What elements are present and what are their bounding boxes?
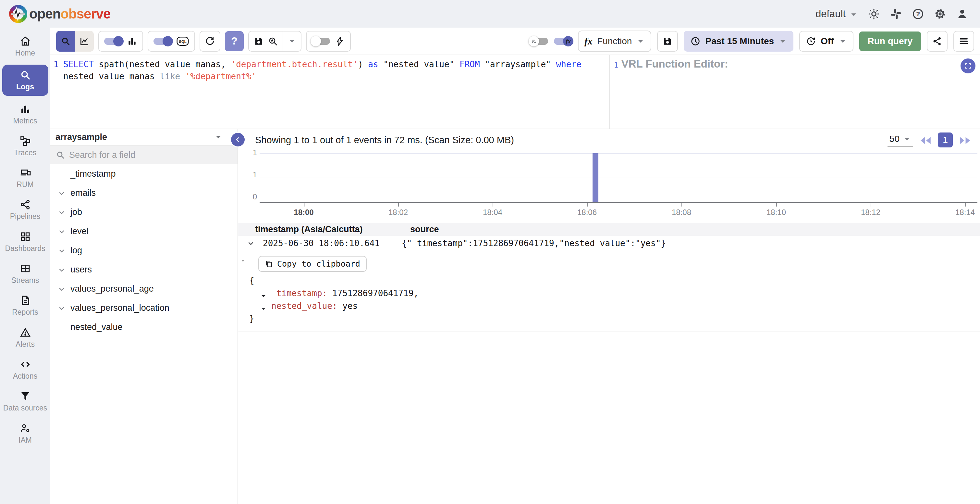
field-item[interactable]: log	[50, 241, 237, 260]
x-tick-label: 18:14	[955, 208, 975, 217]
sql-mode-toggle[interactable]	[153, 38, 172, 45]
sidebar-item-traces[interactable]: Traces	[2, 132, 48, 159]
sql-line-2-tokens: nested_value_manas like '%department%'	[63, 70, 256, 83]
menu-button[interactable]	[953, 31, 974, 52]
query-help-button[interactable]: ?	[225, 31, 244, 51]
chevron-down-icon[interactable]	[57, 304, 66, 313]
sidebar-item-data-sources[interactable]: Data sources	[2, 388, 48, 415]
alerts-icon	[19, 327, 31, 338]
results-table-header: timestamp (Asia/Calcutta) source	[238, 223, 980, 236]
chevron-down-icon[interactable]	[57, 208, 66, 217]
sidebar-item-home[interactable]: Home	[2, 33, 48, 60]
sql-mode-toggle-group[interactable]: SQL	[148, 31, 195, 52]
fx-knob-label: fx	[566, 38, 571, 45]
org-selector[interactable]: default	[816, 8, 858, 20]
vrl-function-toggle[interactable]: fx	[554, 38, 572, 45]
empty-area	[238, 332, 980, 504]
saved-views-group	[248, 31, 301, 52]
fx-icon: fx	[584, 36, 593, 47]
sql-line-1-tokens: SELECT spath(nested_value_manas, 'depart…	[63, 59, 582, 70]
search-icon	[60, 36, 71, 46]
sidebar-item-streams[interactable]: Streams	[2, 260, 48, 287]
field-item[interactable]: level	[50, 222, 237, 241]
double-left-icon[interactable]	[918, 134, 932, 145]
json-entry[interactable]: nested_value: yes	[249, 300, 980, 313]
chevron-down-icon[interactable]	[57, 189, 66, 198]
gear-icon[interactable]	[934, 8, 946, 20]
vrl-placeholder: VRL Function Editor:	[621, 58, 728, 70]
chevron-down-icon[interactable]	[57, 246, 66, 255]
chevron-down-icon[interactable]	[57, 266, 66, 274]
plot-area[interactable]	[259, 153, 977, 203]
tri-down-icon[interactable]	[260, 290, 267, 297]
sql-query-editor[interactable]: 1SELECT spath(nested_value_manas, 'depar…	[50, 55, 609, 129]
vrl-fullscreen-button[interactable]	[961, 59, 975, 73]
row-source: {"_timestamp":1751286970641719,"nested_v…	[402, 238, 980, 248]
json-entry[interactable]: _timestamp: 1751286970641719,	[249, 287, 980, 300]
field-search-input[interactable]	[69, 150, 232, 160]
svg-text:SQL: SQL	[179, 39, 186, 43]
field-item[interactable]: nested_value	[50, 317, 237, 337]
current-page[interactable]: 1	[938, 132, 953, 147]
page-size-select[interactable]: 50	[888, 133, 913, 147]
quick-mode-toggle-group[interactable]	[306, 31, 351, 52]
chevron-down-icon[interactable]	[57, 285, 66, 293]
field-item[interactable]: values_personal_age	[50, 279, 237, 298]
search-view-button[interactable]	[56, 31, 75, 52]
field-item[interactable]: job	[50, 203, 237, 222]
tri-down-icon[interactable]	[260, 303, 267, 309]
field-item[interactable]: users	[50, 260, 237, 279]
sidebar-item-dashboards[interactable]: Dashboards	[2, 228, 48, 255]
saved-views-dropdown[interactable]	[283, 32, 301, 51]
share-link-button[interactable]	[927, 31, 948, 52]
copy-to-clipboard-button[interactable]: Copy to clipboard	[258, 256, 367, 272]
y-axis: 110	[248, 153, 259, 204]
actions-icon	[19, 359, 31, 370]
sidebar-item-pipelines[interactable]: Pipelines	[2, 196, 48, 223]
wrap-lines-toggle[interactable]	[530, 38, 548, 45]
x-axis: 18:0018:0218:0418:0618:0818:1018:1218:14	[259, 203, 977, 221]
metrics-icon	[19, 103, 31, 115]
vrl-function-editor[interactable]: 1 VRL Function Editor:	[609, 55, 980, 129]
histogram-bar[interactable]	[593, 153, 598, 202]
double-right-icon[interactable]	[958, 134, 972, 145]
slack-icon[interactable]	[890, 8, 902, 20]
chevron-down-icon[interactable]	[247, 239, 255, 247]
sidebar-item-reports[interactable]: Reports	[2, 292, 48, 319]
bar-chart-icon	[127, 36, 137, 46]
function-dropdown[interactable]: fx Function	[578, 30, 651, 52]
sidebar-item-logs[interactable]: Logs	[2, 65, 48, 96]
stream-selector[interactable]: arraysample	[50, 129, 237, 145]
histogram-toggle[interactable]	[104, 38, 123, 45]
histogram-toggle-group[interactable]	[98, 31, 143, 52]
row-json: { _timestamp: 1751286970641719,	[249, 274, 980, 325]
chart-view-button[interactable]	[75, 31, 94, 52]
sun-icon[interactable]	[868, 8, 880, 20]
refresh-interval-picker[interactable]: Off	[799, 31, 853, 52]
sidebar-item-rum[interactable]: RUM	[2, 164, 48, 191]
svg-text:?: ?	[916, 10, 920, 17]
sidebar-item-iam[interactable]: IAM	[2, 420, 48, 447]
caret-down-icon	[838, 37, 847, 45]
sidebar-item-actions[interactable]: Actions	[2, 356, 48, 383]
collapse-fields-button[interactable]	[230, 132, 246, 147]
save-function-button[interactable]	[657, 31, 678, 52]
result-row[interactable]: 2025-06-30 18:06:10.641 {"_timestamp":17…	[238, 236, 980, 251]
field-item[interactable]: emails	[50, 183, 237, 203]
help-icon[interactable]: ?	[912, 8, 924, 20]
time-range-picker[interactable]: Past 15 Minutes	[684, 31, 794, 52]
field-item[interactable]: values_personal_location	[50, 298, 237, 317]
field-item[interactable]: _timestamp	[50, 164, 237, 183]
caret-down-icon	[288, 37, 296, 45]
save-view-button[interactable]	[249, 32, 283, 51]
copy-icon	[265, 260, 273, 268]
sidebar-item-alerts[interactable]: Alerts	[2, 324, 48, 351]
reset-query-button[interactable]	[200, 31, 220, 52]
run-query-button[interactable]: Run query	[859, 32, 921, 51]
user-icon[interactable]	[956, 8, 968, 20]
quick-mode-toggle[interactable]	[312, 38, 330, 45]
chevron-down-icon[interactable]	[57, 227, 66, 236]
sidebar-item-metrics[interactable]: Metrics	[2, 100, 48, 128]
logs-toolbar: SQL ?	[50, 28, 980, 55]
vrl-line-number: 1	[614, 61, 618, 69]
